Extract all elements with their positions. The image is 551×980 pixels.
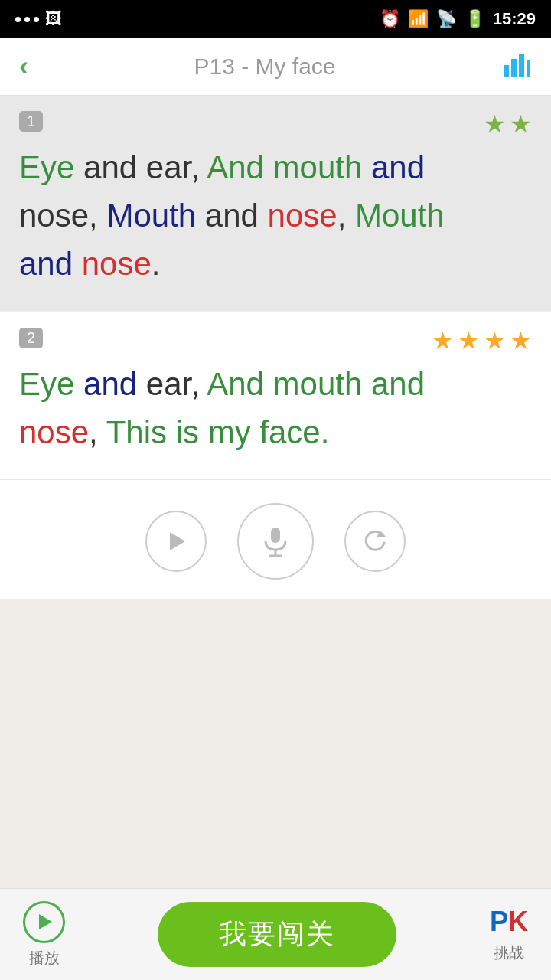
word-ear: ear,: [137, 366, 207, 402]
time-display: 15:29: [493, 9, 536, 29]
battery-icon: 🔋: [465, 9, 485, 29]
bottom-play-section[interactable]: 播放: [23, 901, 65, 969]
star-3: ★: [432, 326, 454, 355]
bottom-play-icon[interactable]: [23, 901, 65, 943]
bottom-bar: 播放 我要闯关 PK 挑战: [0, 888, 551, 980]
status-bar: 🖼 ⏰ 📶 📡 🔋 15:29: [0, 0, 551, 38]
controls-area: [0, 479, 551, 599]
word-and-2: and: [196, 198, 267, 234]
word-eye-2: Eye: [19, 366, 74, 402]
back-button[interactable]: ‹: [19, 51, 28, 83]
word-and-3: and: [19, 246, 73, 282]
nav-bar: ‹ P13 - My face: [0, 38, 551, 96]
alarm-icon: ⏰: [380, 9, 400, 29]
page-title: P13 - My face: [194, 54, 335, 80]
space-1: [73, 246, 82, 282]
word-this-is: This is my face.: [106, 414, 330, 450]
svg-rect-2: [519, 54, 524, 77]
star-4: ★: [458, 326, 480, 355]
star-6: ★: [510, 326, 532, 355]
word-eye-1: Eye: [19, 149, 74, 185]
section-2: 2 ★ ★ ★ ★ Eye and ear, And mouth andnose…: [0, 312, 551, 479]
signal-icon: 📡: [436, 9, 457, 29]
image-icon: 🖼: [45, 9, 62, 29]
play-triangle-icon: [34, 911, 55, 933]
main-action-button[interactable]: 我要闯关: [158, 902, 396, 967]
word-and-1: and: [371, 149, 425, 185]
star-1: ★: [484, 109, 506, 139]
status-left: 🖼: [15, 9, 62, 29]
svg-rect-0: [504, 65, 509, 77]
word-nose-4: nose: [19, 414, 89, 450]
sentence-2-text: Eye and ear, And mouth andnose, This is …: [19, 360, 532, 456]
word-mouth-3: Mouth: [355, 198, 445, 234]
word-and-4: and: [83, 366, 137, 402]
pk-sub-label: 挑战: [494, 942, 524, 963]
svg-marker-4: [170, 532, 185, 550]
status-right: ⏰ 📶 📡 🔋 15:29: [380, 9, 536, 29]
wifi-icon: 📶: [408, 9, 429, 29]
sentence-1-text: Eye and ear, And mouth andnose, Mouth an…: [19, 143, 532, 288]
section-1: 1 ★ ★ Eye and ear, And mouth andnose, Mo…: [0, 96, 551, 311]
status-dots: [15, 17, 39, 22]
word-nose-2: nose: [268, 198, 337, 234]
star-2: ★: [510, 109, 532, 139]
svg-rect-3: [527, 60, 530, 77]
svg-rect-5: [271, 528, 280, 543]
word-nose-3: nose: [82, 246, 152, 282]
empty-area: [0, 599, 551, 888]
comma-1: ,: [337, 198, 355, 234]
pk-red-letter: K: [508, 906, 528, 937]
word-and-ear: and ear,: [74, 149, 207, 185]
svg-marker-9: [39, 914, 52, 929]
word-and-mouth-2: And mouth and: [207, 366, 425, 402]
word-and-mouth: And mouth: [207, 149, 371, 185]
svg-rect-1: [511, 59, 517, 77]
star-5: ★: [484, 326, 506, 355]
play-button[interactable]: [145, 511, 207, 572]
stars-section-2: ★ ★ ★ ★: [432, 326, 532, 355]
pk-label: PK: [490, 906, 528, 938]
word-nose-1: nose,: [19, 198, 106, 234]
replay-button[interactable]: [344, 511, 406, 572]
section-number-1: 1: [19, 111, 43, 132]
dot1: [15, 17, 21, 22]
comma-2: ,: [89, 414, 106, 450]
chart-icon[interactable]: [501, 50, 532, 83]
dot2: [24, 17, 30, 22]
period-1: .: [152, 246, 161, 282]
dot3: [34, 17, 39, 22]
mic-button[interactable]: [237, 503, 314, 580]
word-mouth-2: Mouth: [106, 198, 196, 234]
stars-section-1: ★ ★: [484, 109, 532, 139]
word-and-ear-2: [74, 366, 83, 402]
pk-section[interactable]: PK 挑战: [490, 906, 528, 963]
bottom-play-label: 播放: [29, 948, 60, 969]
section-number-2: 2: [19, 328, 43, 348]
pk-blue-letter: P: [490, 906, 508, 937]
